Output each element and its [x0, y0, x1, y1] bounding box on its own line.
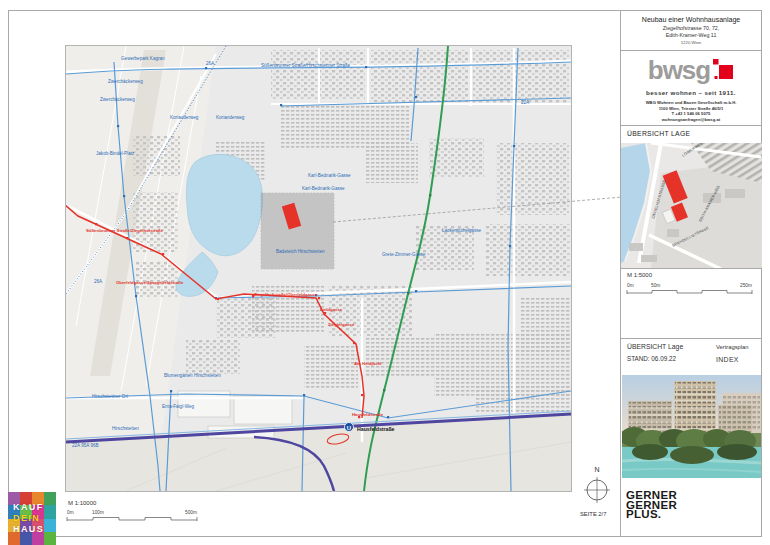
project-address-1: Ziegelhofstrasse 70, 72, [621, 25, 761, 31]
svg-text:Ziegelhofstraße/Oberfeldgasse: Ziegelhofstraße/Oberfeldgasse [254, 292, 318, 297]
svg-text:22A: 22A [521, 100, 530, 105]
overview-scale-label: M 1:5000 [627, 272, 652, 278]
kaufdeinhaus-logo: KAUF DEIN HAUS [8, 492, 56, 545]
svg-text:Zwerchäckerweg: Zwerchäckerweg [100, 97, 135, 102]
page-number: SEITE 2/7 [580, 511, 606, 517]
plan-sheet: U Gewerbepark KagranSüßenbrunner Straße/… [0, 0, 770, 545]
panel-line [620, 338, 762, 339]
main-scale-label: M 1:10000 [68, 500, 96, 506]
project-rendering [622, 375, 761, 478]
svg-text:Grete-Zimmer-Gasse: Grete-Zimmer-Gasse [382, 252, 426, 257]
svg-text:Zwerchäckerweg: Zwerchäckerweg [108, 79, 143, 84]
project-address-2: Edith-Kramer-Weg 11 [621, 32, 761, 38]
svg-text:Hausfeldstraße: Hausfeldstraße [352, 412, 384, 417]
ubahn-station-icon: U [345, 423, 354, 432]
svg-text:100m: 100m [92, 510, 104, 515]
panel-line [620, 125, 762, 126]
overview-scale-bar: 0m 50m 250m [626, 281, 756, 297]
north-compass: N [581, 464, 613, 506]
svg-text:Oberfeldgasse/Spargelfeldstraß: Oberfeldgasse/Spargelfeldstraße [116, 280, 184, 285]
svg-text:Blumengärten Hirschstetten: Blumengärten Hirschstetten [164, 373, 221, 378]
svg-text:Jakob-Bindel-Platz: Jakob-Bindel-Platz [96, 151, 135, 156]
main-scale-bar: 0m 100m 500m [66, 508, 201, 526]
svg-text:0m: 0m [67, 510, 74, 515]
svg-text:Karl-Bednarik-Gasse: Karl-Bednarik-Gasse [302, 186, 345, 191]
svg-text:Lackenjöchelgasse: Lackenjöchelgasse [442, 228, 482, 233]
svg-text:Karl-Bednarik-Gasse: Karl-Bednarik-Gasse [308, 173, 351, 178]
detail-extent-overlay [261, 193, 334, 269]
svg-text:0m: 0m [627, 283, 634, 288]
bwsg-address-line: wohnungsanfragen@bwsg.at [621, 117, 761, 123]
index-label: INDEX [716, 356, 739, 363]
contract-plan-label: Vertragsplan [716, 344, 749, 350]
svg-text:Badeteich Hirschstetten: Badeteich Hirschstetten [276, 249, 325, 254]
panel-line [620, 50, 762, 51]
svg-text:Hirschstettner Ort: Hirschstettner Ort [92, 394, 129, 399]
svg-text:Hirschstetten: Hirschstetten [112, 426, 139, 431]
svg-text:Korianderweg: Korianderweg [216, 115, 245, 120]
overview-heading: ÜBERSICHT LAGE [627, 130, 690, 137]
svg-text:Am Heidjöchl: Am Heidjöchl [354, 361, 381, 366]
bwsg-logo: bwsg [621, 59, 761, 85]
title-block: Neubau einer Wohnhausanlage Ziegelhofstr… [621, 13, 761, 45]
bwsg-tagline: besser wohnen – seit 1911. [621, 89, 761, 96]
svg-text:Süßenbrunner Straße/Hirschstet: Süßenbrunner Straße/Hirschstettner Straß… [261, 63, 351, 68]
svg-text:22A 95A 96B: 22A 95A 96B [72, 443, 99, 448]
bwsg-address: WBG Wohnen und Bauen Gesellschaft m.b.H.… [621, 100, 761, 123]
panel-line [620, 268, 762, 269]
svg-text:500m: 500m [185, 510, 197, 515]
bwsg-logo-block: bwsg besser wohnen – seit 1911. WBG Wohn… [621, 52, 761, 123]
svg-text:Zieglergasse: Zieglergasse [328, 322, 355, 327]
plan-type-label: ÜBERSICHT Lage [627, 343, 683, 350]
svg-text:250m: 250m [740, 283, 752, 288]
svg-text:Erna-Faigl-Weg: Erna-Faigl-Weg [162, 404, 195, 409]
main-map: U Gewerbepark KagranSüßenbrunner Straße/… [65, 45, 572, 492]
architect-line: PLUS. [626, 510, 677, 520]
bwsg-squares-icon [712, 59, 734, 83]
project-title: Neubau einer Wohnhausanlage [621, 16, 761, 23]
logo-line: HAUS [13, 524, 56, 535]
svg-text:26A: 26A [206, 61, 215, 66]
project-city: 1220 Wien [621, 40, 761, 45]
logo-line: DEIN [13, 513, 56, 524]
svg-text:Gewerbepark Kagran: Gewerbepark Kagran [121, 56, 165, 61]
date-label: STAND: 06.09.22 [627, 355, 676, 362]
svg-text:50m: 50m [651, 283, 660, 288]
svg-text:U: U [347, 425, 351, 431]
svg-text:N: N [594, 466, 599, 473]
architect-logo: GERNER GERNER PLUS. [626, 491, 677, 520]
svg-text:Hausfeldstraße: Hausfeldstraße [357, 426, 395, 432]
logo-line: KAUF [13, 502, 56, 513]
city-map-svg: U Gewerbepark KagranSüßenbrunner Straße/… [66, 46, 571, 491]
bwsg-wordmark: bwsg [648, 59, 710, 81]
svg-text:Lieblgasse: Lieblgasse [320, 307, 343, 312]
kaufdeinhaus-text: KAUF DEIN HAUS [8, 492, 56, 545]
overview-map: LOIMERWEGZIEGELHOFSTRASSEEDITH-KRAMER-WE… [621, 143, 762, 268]
svg-text:26A: 26A [94, 279, 103, 284]
svg-text:Süßenbrunner Straße/Ziegelhofs: Süßenbrunner Straße/Ziegelhofstraße [86, 228, 164, 233]
svg-text:Korianderweg: Korianderweg [170, 115, 199, 120]
